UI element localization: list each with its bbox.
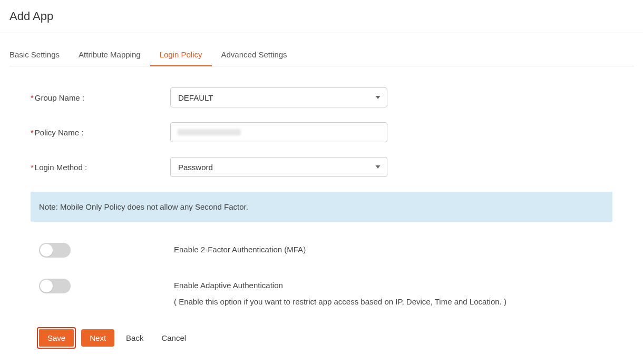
required-mark: * <box>31 128 34 137</box>
control-group-name: DEFAULT <box>170 87 387 107</box>
row-adaptive-toggle: Enable Adaptive Authentication ( Enable … <box>31 279 634 306</box>
label-mfa: Enable 2-Factor Authentication (MFA) <box>174 243 306 254</box>
page-title: Add App <box>9 9 634 23</box>
select-group-name[interactable]: DEFAULT <box>170 87 387 107</box>
toggle-mfa-knob <box>40 244 53 257</box>
redacted-policy-name <box>178 129 241 135</box>
label-policy-name-text: Policy Name : <box>35 128 84 137</box>
control-login-method: Password <box>170 157 387 177</box>
save-button[interactable]: Save <box>39 329 74 347</box>
label-group-name-text: Group Name : <box>35 93 84 102</box>
next-button[interactable]: Next <box>81 329 114 347</box>
row-login-method: *Login Method : Password <box>31 157 634 177</box>
label-adaptive: Enable Adaptive Authentication <box>174 279 506 290</box>
form-area: *Group Name : DEFAULT *Policy Name : * <box>9 66 634 349</box>
toggle-adaptive-col <box>39 279 174 293</box>
tab-basic-settings[interactable]: Basic Settings <box>9 44 69 66</box>
tabs: Basic Settings Attribute Mapping Login P… <box>9 44 634 66</box>
select-login-method[interactable]: Password <box>170 157 387 177</box>
cancel-button[interactable]: Cancel <box>155 329 192 347</box>
adaptive-text-wrap: Enable Adaptive Authentication ( Enable … <box>174 279 506 306</box>
toggle-mfa[interactable] <box>39 243 71 258</box>
toggle-adaptive[interactable] <box>39 279 71 293</box>
note-box: Note: Mobile Only Policy does not allow … <box>31 192 612 222</box>
control-policy-name <box>170 122 387 142</box>
toggle-mfa-col <box>39 243 174 258</box>
tab-attribute-mapping[interactable]: Attribute Mapping <box>69 44 150 66</box>
required-mark: * <box>31 163 34 172</box>
save-highlight: Save <box>37 327 76 349</box>
label-login-method-text: Login Method : <box>35 163 87 172</box>
required-mark: * <box>31 93 34 102</box>
label-group-name: *Group Name : <box>31 93 170 102</box>
content-wrap: Basic Settings Attribute Mapping Login P… <box>0 44 643 349</box>
row-mfa-toggle: Enable 2-Factor Authentication (MFA) <box>31 243 634 258</box>
label-login-method: *Login Method : <box>31 163 170 172</box>
page-header: Add App <box>0 0 643 33</box>
label-adaptive-sub: ( Enable this option if you want to rest… <box>174 297 506 306</box>
button-row: Save Next Back Cancel <box>31 327 634 349</box>
label-policy-name: *Policy Name : <box>31 128 170 137</box>
row-group-name: *Group Name : DEFAULT <box>31 87 634 107</box>
back-button[interactable]: Back <box>120 329 150 347</box>
tab-advanced-settings[interactable]: Advanced Settings <box>212 44 297 66</box>
toggle-adaptive-knob <box>40 280 53 292</box>
row-policy-name: *Policy Name : <box>31 122 634 142</box>
tab-login-policy[interactable]: Login Policy <box>150 44 212 66</box>
